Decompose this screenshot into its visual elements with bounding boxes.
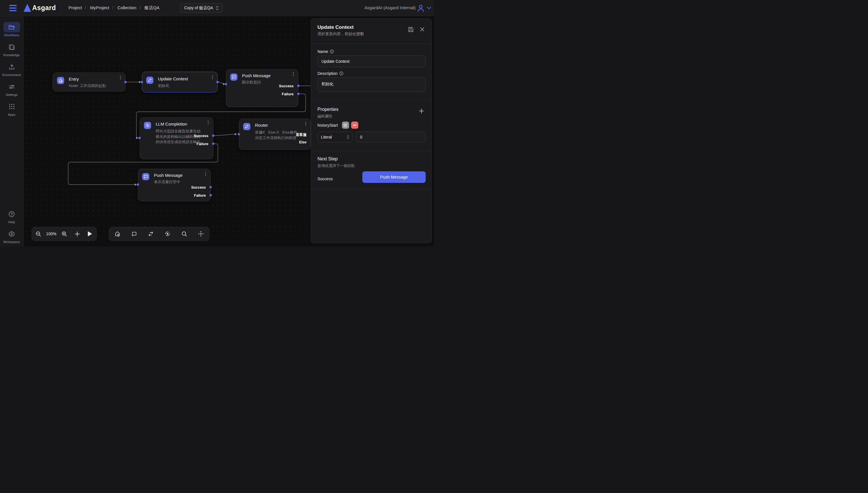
save-icon[interactable] — [408, 27, 414, 32]
close-icon[interactable] — [420, 27, 424, 32]
breadcrumb-collection[interactable]: Collection — [117, 5, 136, 10]
next-step-target-button[interactable]: Push Message — [362, 171, 426, 183]
handle-failure[interactable]: Failure — [194, 194, 206, 197]
next-step-handle-label: Success — [317, 176, 333, 181]
name-input[interactable]: Update Context — [317, 56, 426, 67]
handle-failure[interactable]: Failure — [197, 142, 208, 146]
property-name: historyStart — [317, 123, 338, 128]
node-title: Push Message — [242, 73, 270, 78]
property-value-input[interactable]: 0 — [356, 132, 426, 143]
breadcrumb-workflow[interactable]: 飯店QA — [144, 5, 159, 10]
account-label: AsgardAI (Asgard Internal) — [364, 5, 416, 10]
edit-property-button[interactable] — [342, 122, 349, 129]
sidebar-item-help[interactable]: Help — [1, 209, 23, 224]
ai-completion-icon — [144, 122, 151, 129]
breadcrumb: Project/ MyProject/ Collection/ 飯店QA — [68, 5, 162, 10]
chevron-down-icon[interactable] — [427, 7, 431, 9]
handle-failure[interactable]: Failure — [282, 92, 293, 96]
move-icon[interactable] — [195, 227, 207, 241]
logo-triangle-icon — [24, 4, 31, 12]
sidebar-item-apps[interactable]: Apps — [1, 101, 23, 116]
divider — [311, 101, 432, 101]
zoom-level: 100% — [45, 232, 58, 236]
search-icon[interactable] — [178, 227, 191, 241]
menu-icon[interactable] — [9, 5, 17, 11]
property-type-value: Literal — [321, 135, 332, 140]
sidebar-item-label: Apps — [8, 113, 15, 116]
brand-title: Asgard — [32, 4, 56, 12]
remove-property-button[interactable] — [351, 122, 358, 129]
home-plus-icon[interactable] — [111, 227, 124, 241]
swap-arrows-icon — [146, 77, 153, 84]
divider — [311, 43, 432, 44]
sidebar: Workflows Knowledge Environment Settings… — [0, 16, 24, 246]
node-title: LLM Completion — [156, 122, 187, 126]
node-llm-completion[interactable]: LLM Completion 呼叫大型語言模型並產生結構化的資料輸出以輔助流程的… — [139, 117, 213, 159]
handle-success[interactable]: Success — [194, 134, 208, 138]
ai-completion-icon[interactable] — [161, 227, 174, 241]
next-step-subtitle: 新增或選擇下一個節點 — [317, 163, 355, 169]
zoom-out-button[interactable] — [32, 227, 45, 241]
breadcrumb-project[interactable]: Project — [68, 5, 82, 10]
upload-icon — [3, 62, 20, 72]
zoom-in-button[interactable] — [58, 227, 70, 241]
add-node-button[interactable] — [71, 227, 84, 241]
sidebar-item-label: Environment — [2, 73, 21, 77]
node-subtitle: 初始化 — [158, 83, 169, 88]
apps-grid-icon — [3, 101, 20, 112]
add-property-icon[interactable] — [419, 109, 424, 113]
gear-icon — [3, 229, 20, 239]
node-menu-button[interactable]: ⋮ — [304, 122, 307, 124]
node-router[interactable]: Router 依據If、Else If、Else條件決定工作流程執行的路徑 ⋮ … — [239, 119, 311, 150]
workflow-version-label: Copy of 飯店QA — [184, 5, 213, 10]
sidebar-item-knowledge[interactable]: Knowledge — [1, 42, 23, 57]
chat-bubble-icon — [142, 173, 149, 180]
properties-subtitle: 編輯屬性 — [317, 114, 332, 119]
handle-success[interactable]: Success — [279, 84, 293, 88]
node-push-message-throttle[interactable]: Push Message 表示流量控管中 ⋮ Success Failure — [138, 169, 211, 201]
sidebar-item-settings[interactable]: Settings — [1, 82, 23, 97]
home-plus-icon — [57, 77, 64, 84]
node-subtitle: 顯示歡迎詞 — [242, 80, 261, 85]
sidebar-item-environment[interactable]: Environment — [1, 62, 23, 77]
node-menu-button[interactable]: ⋮ — [206, 121, 209, 123]
info-icon — [330, 49, 334, 53]
breadcrumb-myproject[interactable]: MyProject — [90, 5, 109, 10]
sidebar-item-workspace[interactable]: Workspace — [1, 229, 23, 243]
node-update-context[interactable]: Update Context 初始化 ⋮ — [142, 72, 218, 92]
node-entry[interactable]: Entry Node: 工作流程的起點 ⋮ — [53, 72, 126, 91]
sidebar-item-label: Settings — [6, 93, 18, 97]
chat-bubble-icon[interactable] — [128, 227, 140, 241]
workflow-version-select[interactable]: Copy of 飯店QA — [180, 3, 223, 13]
handle-is-customer-service[interactable]: 是客服 — [296, 132, 307, 137]
header: Asgard Project/ MyProject/ Collection/ 飯… — [0, 0, 434, 16]
handle-else[interactable]: Else — [299, 140, 307, 144]
run-workflow-button[interactable] — [84, 227, 96, 241]
sidebar-item-label: Workflows — [4, 34, 19, 37]
next-step-title: Next Step — [317, 156, 338, 162]
node-subtitle: 依據If、Else If、Else條件決定工作流程執行的路徑 — [255, 130, 299, 141]
user-icon[interactable] — [417, 4, 424, 12]
node-menu-button[interactable]: ⋮ — [210, 76, 213, 78]
handle-success[interactable]: Success — [191, 186, 206, 190]
divider — [311, 189, 432, 190]
sidebar-item-label: Workspace — [3, 240, 20, 243]
node-menu-button[interactable]: ⋮ — [203, 172, 206, 174]
divider — [311, 151, 432, 151]
book-icon — [3, 42, 20, 52]
sidebar-item-label: Knowledge — [3, 53, 20, 57]
swap-arrows-icon[interactable] — [144, 227, 157, 241]
node-subtitle: Node: 工作流程的起點 — [69, 83, 106, 88]
sliders-icon — [3, 82, 20, 92]
node-title: Push Message — [154, 173, 182, 178]
node-menu-button[interactable]: ⋮ — [118, 76, 121, 78]
node-push-message-welcome[interactable]: Push Message 顯示歡迎詞 ⋮ Success Failure — [226, 69, 298, 107]
description-input[interactable]: 初始化 — [317, 78, 426, 92]
property-type-select[interactable]: Literal — [317, 132, 353, 143]
sidebar-item-workflows[interactable]: Workflows — [1, 22, 23, 37]
node-palette-toolbar — [109, 227, 209, 241]
chevron-updown-icon — [216, 6, 219, 10]
folder-icon — [3, 22, 20, 32]
inspector-panel: Update Context 用於更新內容，初始化變數 Name Update … — [311, 18, 432, 243]
node-menu-button[interactable]: ⋮ — [291, 73, 294, 75]
